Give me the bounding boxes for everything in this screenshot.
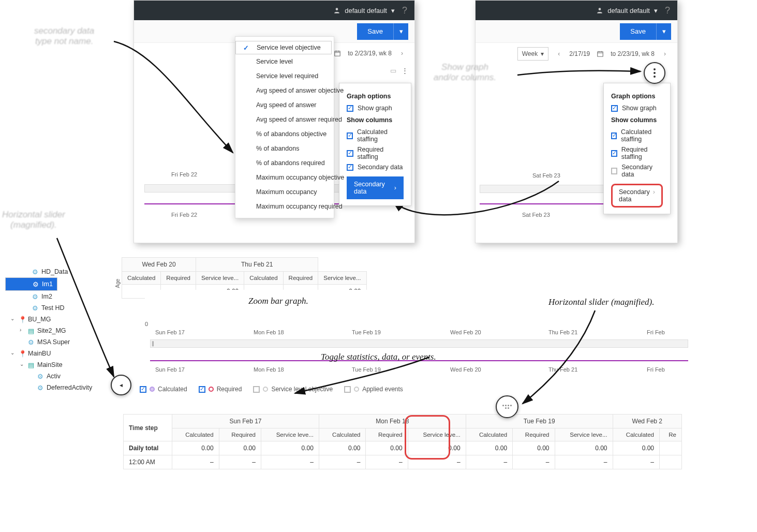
save-button[interactable]: Save ▾ (357, 23, 408, 40)
menu-item-slo[interactable]: Service level objective (235, 41, 332, 54)
tree-item-testhd[interactable]: ⚙Test HD (5, 302, 113, 314)
check-req-staffing[interactable]: Required staffing (611, 144, 663, 162)
menu-item-par[interactable]: % of abandons required (235, 156, 334, 170)
help-icon[interactable]: ? (400, 5, 409, 16)
table-row-12am: 12:00 AM ––– ––– ––– – (124, 455, 682, 469)
user-icon (596, 7, 603, 14)
chevron-down-icon: ▾ (541, 50, 544, 57)
kebab-icon[interactable] (654, 68, 656, 78)
axis-label: Sat Feb 23 (522, 212, 550, 218)
tree-item-im1[interactable]: ⚙Im1 (5, 277, 57, 291)
date-from-text: 2/17/19 (569, 50, 590, 57)
app-header: default default ▾ ? (134, 1, 414, 20)
y-axis-label: Age (115, 279, 121, 288)
check-sec-data[interactable]: Secondary data (347, 162, 404, 172)
chevron-left-icon[interactable]: ‹ (553, 48, 565, 60)
gear-icon: ⚙ (37, 384, 43, 392)
granularity-select[interactable]: Week▾ (517, 47, 548, 61)
menu-item-asa[interactable]: Avg speed of answer (235, 98, 334, 112)
secondary-data-button[interactable]: Secondary data› (347, 176, 404, 199)
drag-handle-icon[interactable] (502, 405, 512, 409)
legend-required[interactable]: Required (199, 386, 242, 393)
svg-point-2 (599, 8, 601, 10)
menu-item-moo[interactable]: Maximum occupancy objective (235, 170, 334, 185)
col-timestep: Time step (124, 415, 172, 441)
col-sub: Required (283, 272, 318, 285)
menu-item-mo[interactable]: Maximum occupancy (235, 185, 334, 199)
chevron-right-icon[interactable]: › (396, 47, 408, 60)
menu-item-asar[interactable]: Avg speed of answer required (235, 112, 334, 127)
tree-item-mainsite[interactable]: ⌄▤MainSite (5, 359, 113, 371)
caret-icon[interactable]: ⌄ (20, 361, 24, 367)
chevron-down-icon: ▾ (391, 7, 395, 14)
axis-label: Sat Feb 23 (532, 172, 560, 179)
legend-events[interactable]: Applied events (344, 386, 403, 393)
date-range-row: Week▾ ‹ 2/17/19 to 2/23/19, wk 8 › (476, 43, 677, 65)
menu-item-asao[interactable]: Avg speed of answer objective (235, 83, 334, 98)
y-tick: 0 (145, 321, 148, 327)
legend-slo[interactable]: Service level objective (253, 386, 333, 393)
check-req-staffing[interactable]: Required staffing (347, 144, 404, 162)
tree-item-activ[interactable]: ⚙Activ (5, 371, 113, 382)
kebab-icon[interactable]: ⋮ (402, 67, 408, 75)
options-popover-left: Graph options Show graph Show columns Ca… (339, 83, 411, 206)
menu-item-pao[interactable]: % of abandons objective (235, 127, 334, 141)
legend-calculated[interactable]: Calculated (140, 386, 187, 393)
col-sub: Calculated (122, 272, 161, 285)
pin-icon: 📍 (19, 350, 27, 358)
caret-icon[interactable]: › (20, 327, 21, 333)
tree-item-site2[interactable]: ›▤Site2_MG (5, 325, 113, 336)
chevron-down-icon[interactable]: ▾ (394, 27, 408, 35)
svg-point-0 (336, 8, 338, 10)
annotation-toggle: Toggle statistics, data, or events. (321, 352, 436, 362)
options-popover-right: Graph options Show graph Show columns Ca… (603, 83, 671, 214)
check-calc-staffing[interactable]: Calculated staffing (347, 127, 404, 144)
tree-item-im2[interactable]: ⚙Im2 (5, 291, 113, 302)
check-show-graph[interactable]: Show graph (611, 103, 663, 113)
check-calc-staffing[interactable]: Calculated staffing (611, 127, 663, 144)
tree-item-msa[interactable]: ⚙MSA Super (5, 336, 113, 348)
tree-item-bumg[interactable]: ⌄📍BU_MG (5, 314, 113, 325)
popover-heading: Graph options (611, 93, 663, 100)
save-button[interactable]: Save ▾ (620, 23, 671, 40)
user-menu[interactable]: default default ▾ (596, 7, 658, 14)
menu-item-slr[interactable]: Service level required (235, 69, 334, 83)
tree-item-hddata[interactable]: ⚙HD_Data (5, 266, 113, 277)
help-icon[interactable]: ? (663, 5, 672, 16)
tree-item-mainbu[interactable]: ⌄📍MainBU (5, 348, 113, 359)
bubble-icon[interactable]: ▭ (390, 67, 396, 75)
check-sec-data[interactable]: Secondary data (611, 162, 663, 180)
date-to-text: to 2/23/19, wk 8 (348, 50, 392, 57)
pin-icon: 📍 (19, 316, 27, 323)
tree-item-defact[interactable]: ⚙DeferredActivity (5, 382, 113, 393)
menu-item-mor[interactable]: Maximum occupancy required (235, 199, 334, 214)
gear-icon: ⚙ (32, 268, 38, 276)
chevron-right-icon: › (653, 188, 655, 203)
chevron-down-icon: ▾ (654, 7, 658, 14)
user-icon (333, 7, 340, 14)
user-menu[interactable]: default default ▾ (333, 7, 395, 14)
calendar-icon[interactable] (594, 48, 606, 60)
collapse-left-icon[interactable]: ◂ (120, 381, 123, 389)
caret-icon[interactable]: ⌄ (10, 350, 14, 356)
chevron-right-icon[interactable]: › (659, 48, 671, 60)
chevron-right-icon: › (394, 184, 396, 191)
gear-icon: ⚙ (32, 304, 38, 312)
menu-item-pa[interactable]: % of abandons (235, 141, 334, 156)
menu-item-sl[interactable]: Service level (235, 54, 334, 69)
pause-icon[interactable]: ∥ (152, 341, 154, 346)
popover-heading: Show columns (611, 116, 663, 124)
horizontal-slider[interactable]: ∥ (150, 339, 688, 348)
building-icon: ▤ (28, 361, 34, 369)
secondary-data-menu[interactable]: Service level objective Service level Se… (235, 36, 334, 218)
check-show-graph[interactable]: Show graph (347, 103, 404, 113)
popover-heading: Show columns (347, 116, 404, 124)
chevron-down-icon[interactable]: ▾ (657, 27, 671, 35)
col-sub: Service leve... (318, 272, 366, 285)
gear-icon: ⚙ (33, 280, 39, 288)
annotation-zoom: Zoom bar graph. (248, 296, 308, 306)
svg-rect-3 (598, 52, 603, 56)
secondary-data-row-highlight[interactable]: Secondary data› (611, 184, 663, 208)
caret-icon[interactable]: ⌄ (10, 316, 14, 321)
date-to-text: to 2/23/19, wk 8 (611, 50, 655, 57)
